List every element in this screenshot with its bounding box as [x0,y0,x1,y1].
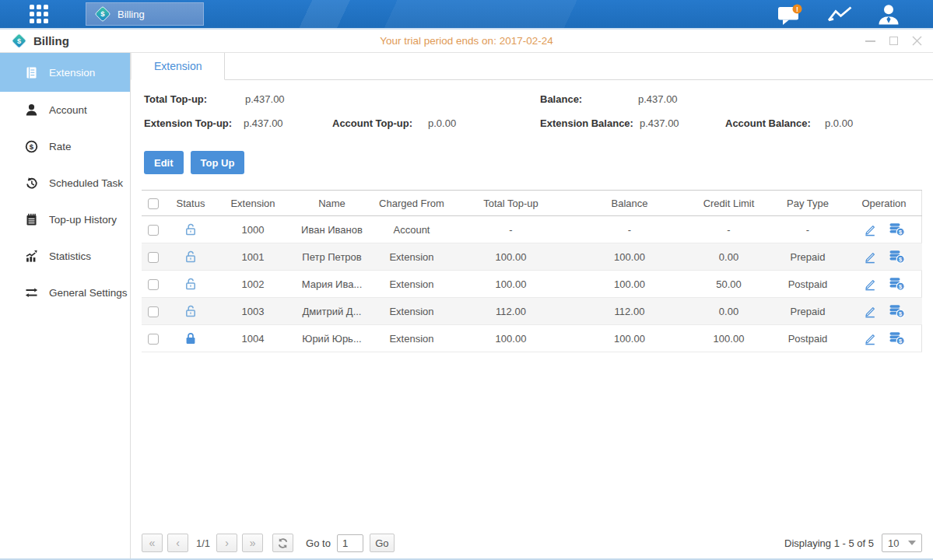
edit-pencil-icon[interactable] [863,278,877,291]
table-row: 1001Петр ПетровExtension100.00100.000.00… [142,243,922,271]
page-size-select[interactable]: 10 [882,534,922,552]
edit-pencil-icon[interactable] [863,332,877,345]
extension-name: Петр Петров [291,243,373,271]
first-page-button[interactable]: « [142,534,163,552]
col-header-name: Name [291,191,373,216]
dollar-circle-icon: $ [24,139,39,154]
taskbar-tab-label: Billing [118,9,145,20]
sidebar-item-extension[interactable]: Extension [0,53,130,92]
row-checkbox[interactable] [148,252,159,263]
balance-label: Balance: [540,93,582,105]
sidebar-item-rate[interactable]: $ Rate [0,128,130,165]
svg-text:$: $ [17,37,21,45]
sliders-icon [24,285,39,300]
unlocked-padlock-icon[interactable] [184,277,197,291]
edit-button[interactable]: Edit [144,151,184,174]
edit-pencil-icon[interactable] [863,223,877,236]
tab-strip: Extension [131,53,933,80]
top-up-button[interactable]: Top Up [191,151,245,174]
balance-cell: 100.00 [571,271,688,298]
top-up-coins-icon[interactable]: $ [889,277,905,291]
top-up-coins-icon[interactable]: $ [889,331,905,345]
extension-balance-label: Extension Balance: [540,117,633,129]
unlocked-padlock-icon[interactable] [184,304,197,318]
history-clock-icon [24,176,39,191]
chat-notification-icon[interactable]: ! [777,4,804,25]
page-size-value: 10 [888,537,899,549]
extension-number: 1003 [215,298,291,325]
edit-pencil-icon[interactable] [863,250,877,264]
pay-type-cell: Prepaid [770,298,846,325]
sidebar-item-general-settings[interactable]: General Settings [0,275,130,311]
user-profile-icon[interactable] [877,4,900,25]
credit-limit-cell: 50.00 [688,271,770,298]
go-button-label: Go [375,537,388,549]
sidebar-item-statistics[interactable]: Statistics [0,238,130,275]
go-button[interactable]: Go [370,534,395,552]
billing-app-icon: $ [11,33,27,49]
next-page-button[interactable]: › [216,534,237,552]
prev-page-button[interactable]: ‹ [167,534,188,552]
refresh-icon [277,537,289,549]
top-up-coins-icon[interactable]: $ [889,304,905,318]
close-button[interactable] [911,36,922,47]
credit-limit-cell: 100.00 [688,325,770,352]
displaying-text: Displaying 1 - 5 of 5 [784,537,874,549]
ledger-icon [24,65,39,80]
charged-from: Account [373,216,451,243]
svg-text:$: $ [30,142,34,151]
total-topup-cell: 100.00 [451,271,571,298]
goto-page-input[interactable] [337,534,363,552]
sidebar-item-account[interactable]: Account [0,92,130,128]
extension-topup-label: Extension Top-up: [144,117,232,129]
edit-pencil-icon[interactable] [863,305,877,318]
last-page-button[interactable]: » [242,534,263,552]
total-topup-cell: 100.00 [451,325,571,352]
extension-name: Мария Ива... [291,271,373,298]
maximize-button[interactable] [888,36,899,47]
account-topup-value: p.0.00 [428,117,456,129]
notepad-icon [24,212,39,227]
extension-number: 1002 [215,271,291,298]
unlocked-padlock-icon[interactable] [184,222,197,236]
person-icon [24,103,39,117]
refresh-button[interactable] [272,534,293,552]
locked-padlock-icon[interactable] [184,331,197,345]
total-topup-cell: 112.00 [451,298,571,325]
account-balance-label: Account Balance: [725,117,811,129]
total-topup-cell: - [451,216,571,243]
workspace: Extension Account $ Rate [0,53,933,560]
credit-limit-cell: - [688,216,770,243]
col-header-status: Status [167,191,215,216]
charged-from: Extension [373,271,451,298]
pay-type-cell: Postpaid [770,271,846,298]
col-header-operation: Operation [846,191,922,216]
col-header-extension: Extension [215,191,291,216]
row-checkbox[interactable] [148,225,159,236]
taskbar-tab-billing[interactable]: $ Billing [86,2,204,26]
row-checkbox[interactable] [148,334,159,345]
account-balance-value: p.0.00 [825,117,853,129]
extension-name: Дмитрий Д... [291,298,373,325]
sidebar-item-topup-history[interactable]: Top-up History [0,201,130,238]
row-checkbox[interactable] [148,279,159,290]
table-row: 1002Мария Ива...Extension100.00100.0050.… [142,271,922,298]
balance-cell: 100.00 [571,325,688,352]
chart-monitor-icon[interactable] [826,5,854,23]
tab-extension[interactable]: Extension [131,53,225,80]
main-content: Extension Total Top-up: p.437.00 Balance… [131,53,933,558]
minimize-button[interactable] [865,36,875,47]
extension-number: 1004 [215,325,291,352]
top-up-coins-icon[interactable]: $ [889,222,905,236]
unlocked-padlock-icon[interactable] [184,250,197,264]
sidebar-item-scheduled-task[interactable]: Scheduled Task [0,165,130,201]
app-grid-icon[interactable] [30,5,48,23]
pagination-bar: « ‹ 1/1 › » Go to Go Displaying [131,531,933,555]
summary-stats: Total Top-up: p.437.00 Balance: p.437.00… [131,87,933,138]
balance-cell: 100.00 [571,243,688,271]
col-header-pay-type: Pay Type [770,191,846,216]
row-checkbox[interactable] [148,306,159,317]
select-all-checkbox[interactable] [148,198,159,209]
top-up-coins-icon[interactable]: $ [889,250,905,264]
sidebar-item-label: Account [49,104,87,116]
